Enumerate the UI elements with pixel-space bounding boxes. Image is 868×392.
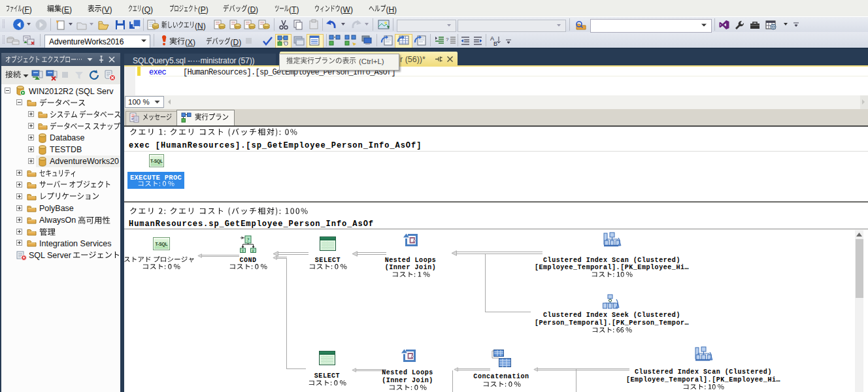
svg-text:F: F [252,249,255,253]
svg-text:B: B [493,41,497,46]
svg-text:?: ? [247,237,250,243]
svg-text:T: T [241,249,244,253]
svg-text:T-SQL: T-SQL [155,242,167,247]
svg-text:?: ? [446,37,449,42]
svg-text:T-SQL: T-SQL [150,159,162,164]
